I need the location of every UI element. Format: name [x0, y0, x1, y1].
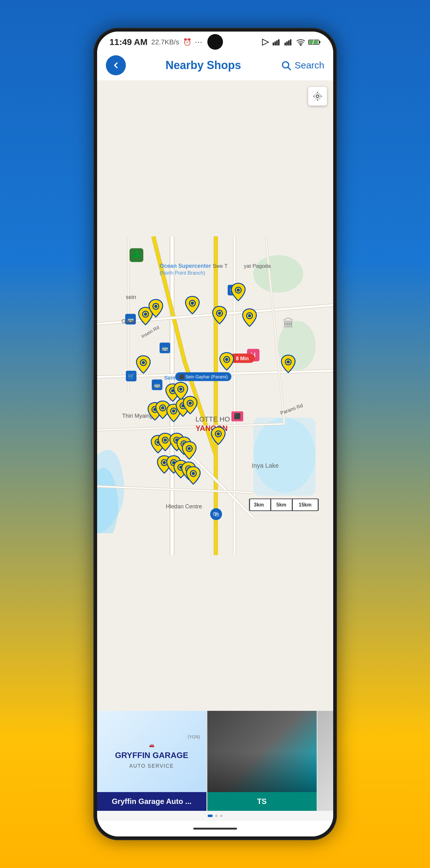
svg-text:(North Point Branch): (North Point Branch) — [160, 270, 205, 276]
phone-screen: 11:49 AM 22.7KB/s ⏰ ··· — [97, 32, 333, 836]
home-indicator — [193, 828, 237, 830]
page-indicator — [97, 811, 333, 821]
svg-point-17 — [253, 255, 303, 293]
shop-card-ts[interactable]: TS — [207, 711, 318, 811]
search-button[interactable]: Search — [281, 60, 324, 71]
svg-text:Hledan Centre: Hledan Centre — [166, 503, 202, 509]
page-title: Nearby Shops — [132, 59, 275, 72]
card-image-gryffin: (YGN) 🚗 GRYFFIN GARAGE AUTO SERVICE — [97, 711, 206, 792]
dots: ··· — [195, 38, 203, 46]
card-tag: (YGN) — [188, 734, 200, 739]
svg-rect-11 — [319, 41, 320, 43]
alarm-icon: ⏰ — [183, 38, 191, 46]
svg-text:🏛: 🏛 — [283, 317, 294, 330]
camera — [207, 34, 223, 50]
svg-text:8 Min: 8 Min — [236, 356, 249, 361]
svg-rect-4 — [278, 39, 279, 45]
status-speed: 22.7KB/s — [151, 38, 179, 46]
svg-rect-3 — [276, 40, 277, 45]
top-navigation-bar: Nearby Shops Search — [97, 50, 333, 81]
card-title-line1: GRYFFIN GARAGE — [115, 750, 188, 760]
svg-text:LOTTE HO: LOTTE HO — [196, 415, 230, 423]
location-button[interactable] — [308, 87, 327, 105]
svg-text:🛒: 🛒 — [230, 287, 237, 294]
svg-text:sein: sein — [126, 294, 136, 300]
home-indicator-bar — [97, 821, 333, 836]
svg-rect-5 — [285, 42, 286, 45]
svg-text:🛍: 🛍 — [213, 510, 219, 518]
card-icon: 🚗 — [149, 742, 154, 747]
svg-point-172 — [315, 93, 321, 99]
svg-text:⬛ Sein Gayhar (Parami): ⬛ Sein Gayhar (Parami) — [178, 374, 227, 380]
card-partial — [318, 711, 333, 811]
svg-text:🛒: 🛒 — [128, 373, 135, 380]
svg-text:⬛: ⬛ — [234, 413, 241, 420]
svg-marker-0 — [262, 39, 269, 45]
svg-text:Thiri Myaing: Thiri Myaing — [122, 413, 153, 419]
dot-2 — [220, 814, 223, 817]
map-container[interactable]: H ⬛ 🛒 🛒 🚌 🚌 � — [97, 81, 333, 711]
signal2-icon — [285, 39, 293, 45]
signal1-icon — [273, 39, 282, 45]
map-svg: H ⬛ 🛒 🛒 🚌 🚌 � — [97, 81, 333, 711]
svg-text:Gone: Gone — [122, 318, 135, 324]
svg-rect-2 — [274, 41, 276, 45]
status-time: 11:49 AM — [110, 37, 148, 47]
svg-rect-7 — [288, 40, 290, 45]
dot-active — [208, 814, 213, 817]
svg-point-9 — [300, 45, 301, 45]
svg-text:Inya Lake: Inya Lake — [252, 462, 279, 469]
svg-point-171 — [316, 95, 319, 98]
svg-line-15 — [288, 67, 291, 70]
wifi-icon — [296, 39, 305, 45]
card-image-ts — [207, 711, 317, 792]
card-label-ts: TS — [207, 792, 317, 811]
navigation-icon — [261, 38, 269, 46]
bottom-shop-cards: (YGN) 🚗 GRYFFIN GARAGE AUTO SERVICE Gryf… — [97, 711, 333, 811]
search-label: Search — [295, 60, 324, 71]
card-title-line2: AUTO SERVICE — [129, 763, 174, 769]
svg-rect-8 — [290, 39, 291, 45]
shop-card-gryffin[interactable]: (YGN) 🚗 GRYFFIN GARAGE AUTO SERVICE Gryf… — [97, 711, 207, 811]
svg-text:yat Pagoda: yat Pagoda — [244, 263, 271, 269]
battery-icon — [308, 39, 321, 45]
svg-text:Swe T: Swe T — [213, 263, 228, 269]
svg-text:YANGON: YANGON — [196, 424, 228, 432]
card-label-gryffin: Gryffin Garage Auto ... — [97, 792, 206, 811]
svg-rect-6 — [286, 41, 288, 45]
svg-text:Ocean Supercenter: Ocean Supercenter — [160, 263, 211, 269]
svg-text:🚌: 🚌 — [154, 381, 161, 389]
svg-rect-1 — [273, 42, 274, 45]
phone-frame: 11:49 AM 22.7KB/s ⏰ ··· — [93, 28, 337, 840]
status-icons — [261, 38, 321, 46]
back-button[interactable] — [106, 55, 126, 75]
svg-rect-20 — [253, 418, 316, 496]
dot-1 — [215, 814, 218, 817]
map-background: H ⬛ 🛒 🛒 🚌 🚌 � — [97, 81, 333, 711]
svg-text:🚌: 🚌 — [161, 345, 169, 351]
